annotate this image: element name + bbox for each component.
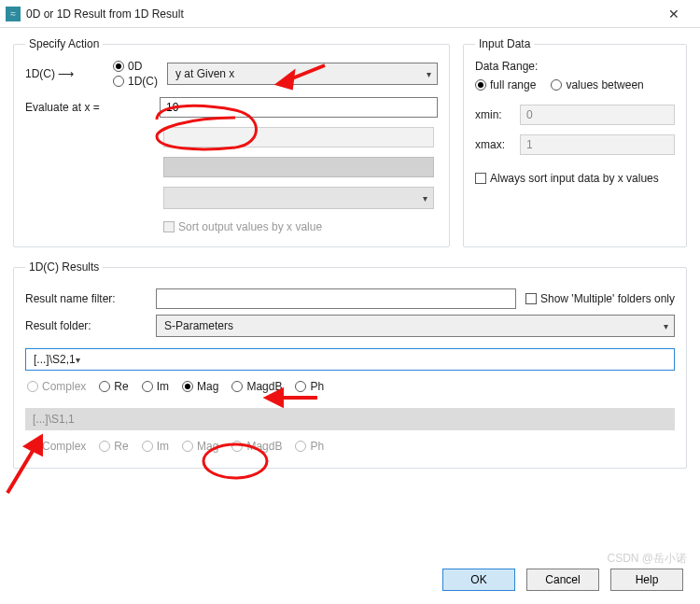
result-folder-label: Result folder:: [25, 319, 147, 332]
range-radio-full[interactable]: full range: [475, 78, 536, 91]
specify-action-group: Specify Action 1D(C) ⟶ 0D 1D(C) y at Giv…: [13, 37, 450, 247]
action-select[interactable]: y at Given x ▾: [167, 63, 438, 85]
sub-input-2: [163, 157, 434, 177]
fmt1-complex: Complex: [27, 380, 86, 393]
sort-output-checkbox: Sort output values by x value: [163, 220, 322, 233]
fmt2-im: Im: [142, 440, 169, 453]
fmt2-magdb: MagdB: [231, 440, 282, 453]
always-sort-checkbox[interactable]: Always sort input data by x values: [475, 172, 659, 185]
chevron-down-icon: ▾: [427, 69, 431, 79]
show-multiple-label: Show 'Multiple' folders only: [540, 292, 675, 305]
results-legend: 1D(C) Results: [25, 260, 103, 274]
fmt1-magdb[interactable]: MagdB: [231, 380, 282, 393]
data-range-label: Data Range:: [475, 60, 675, 73]
format-row-1: Complex Re Im Mag MagdB Ph: [25, 376, 675, 397]
result-path-value-1: [...]\S2,1: [34, 353, 76, 366]
ok-button[interactable]: OK: [442, 569, 515, 591]
sub-select: ▾: [163, 187, 434, 209]
app-icon: ≈: [6, 7, 21, 21]
always-sort-label: Always sort input data by x values: [490, 172, 659, 185]
fmt2-complex: Complex: [27, 440, 86, 453]
watermark: CSDN @岳小诺: [607, 551, 687, 567]
fmt1-re[interactable]: Re: [99, 380, 128, 393]
fmt2-ph: Ph: [295, 440, 324, 453]
xmax-label: xmax:: [475, 138, 512, 151]
mode-radio-0d[interactable]: 0D: [113, 60, 158, 73]
range-radio-full-label: full range: [490, 78, 536, 91]
mode-radio-1dc-label: 1D(C): [128, 75, 158, 88]
result-path-value-2: [...]\S1,1: [33, 413, 75, 426]
xmax-input: [520, 134, 675, 155]
result-filter-label: Result name filter:: [25, 292, 147, 305]
chevron-down-icon: ▾: [664, 321, 668, 331]
action-select-value: y at Given x: [175, 67, 234, 80]
chain-label: 1D(C) ⟶: [25, 67, 104, 80]
fmt2-mag: Mag: [182, 440, 218, 453]
result-filter-input[interactable]: [156, 288, 516, 309]
chevron-down-icon: ▾: [423, 193, 427, 204]
fmt1-mag[interactable]: Mag: [182, 380, 218, 393]
format-row-2: Complex Re Im Mag MagdB Ph: [25, 436, 675, 457]
result-folder-select[interactable]: S-Parameters ▾: [156, 315, 675, 337]
fmt2-re: Re: [99, 440, 128, 453]
evaluate-x-input[interactable]: [160, 97, 438, 118]
sort-output-label: Sort output values by x value: [178, 220, 322, 233]
sub-input-1: [163, 127, 434, 147]
titlebar: ≈ 0D or 1D Result from 1D Result ✕: [0, 0, 700, 28]
mode-radio-1dc[interactable]: 1D(C): [113, 75, 158, 88]
xmin-label: xmin:: [475, 108, 512, 121]
input-data-legend: Input Data: [475, 37, 534, 50]
specify-action-legend: Specify Action: [25, 37, 103, 50]
result-folder-value: S-Parameters: [164, 319, 233, 332]
dialog-buttons: OK Cancel Help: [442, 569, 683, 591]
result-path-select-1[interactable]: [...]\S2,1 ▾: [25, 348, 675, 371]
fmt1-im[interactable]: Im: [142, 380, 169, 393]
mode-radio-0d-label: 0D: [128, 60, 142, 73]
results-group: 1D(C) Results Result name filter: Show '…: [13, 260, 687, 469]
help-button[interactable]: Help: [610, 569, 683, 591]
fmt1-ph[interactable]: Ph: [295, 380, 324, 393]
xmin-input: [520, 105, 675, 125]
range-radio-between-label: values between: [566, 78, 643, 91]
chevron-down-icon: ▾: [76, 355, 80, 365]
evaluate-label: Evaluate at x =: [25, 101, 150, 114]
show-multiple-checkbox[interactable]: Show 'Multiple' folders only: [525, 292, 675, 305]
input-data-group: Input Data Data Range: full range values…: [463, 37, 687, 247]
window-title: 0D or 1D Result from 1D Result: [26, 7, 655, 21]
cancel-button[interactable]: Cancel: [526, 569, 599, 591]
close-button[interactable]: ✕: [655, 7, 693, 21]
range-radio-between[interactable]: values between: [551, 78, 643, 91]
result-path-select-2: [...]\S1,1: [25, 408, 675, 430]
